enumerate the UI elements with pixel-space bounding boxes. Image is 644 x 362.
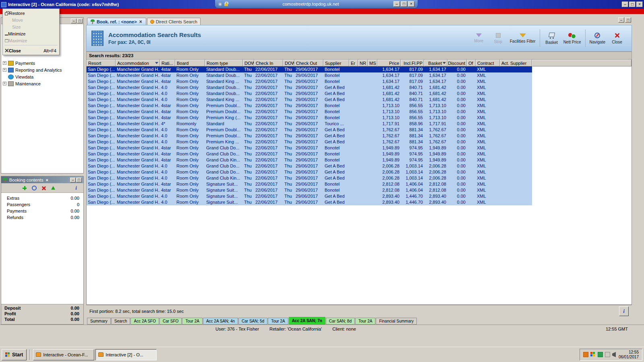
- table-row[interactable]: San Diego (... Manchester Grand H... 4st…: [87, 187, 532, 193]
- column-header-check-in[interactable]: Check In: [254, 60, 283, 66]
- table-row[interactable]: San Diego (... Manchester Grand H... 4st…: [87, 66, 532, 72]
- tree-item[interactable]: + Reporting and Analytics: [3, 66, 83, 73]
- booking-step-tab[interactable]: Financial Summary: [376, 318, 417, 325]
- win-flag-icon[interactable]: [590, 352, 596, 357]
- tree-item[interactable]: Viewdata: [3, 73, 83, 80]
- column-header-ms[interactable]: MS: [368, 60, 377, 66]
- table-row[interactable]: San Diego (... Manchester Grand H... 4.0…: [87, 97, 532, 103]
- window-restore-button[interactable]: □: [629, 2, 636, 7]
- table-row[interactable]: San Diego (... Manchester Grand H... 4.0…: [87, 175, 532, 181]
- menu-item[interactable]: Restore: [4, 10, 58, 17]
- booking-step-tab[interactable]: Acc 2A SAN; 7n: [289, 317, 325, 325]
- document-tab[interactable]: Book. ref. : <none>: [87, 18, 146, 25]
- toolbar-button[interactable]: [585, 29, 586, 47]
- menu-item[interactable]: Close Alt+F4: [4, 47, 58, 54]
- booking-step-tab[interactable]: Summary: [87, 318, 111, 325]
- table-row[interactable]: San Diego (... Manchester Grand H... 4st…: [87, 115, 532, 121]
- refresh-icon[interactable]: [32, 186, 37, 190]
- rdp-close-button[interactable]: ×: [408, 1, 414, 7]
- toolbar-button[interactable]: Nett Price: [561, 32, 583, 45]
- info-button[interactable]: [619, 306, 629, 316]
- booking-step-tab[interactable]: Tour 2A: [355, 318, 375, 325]
- toolbar-button[interactable]: Basket: [542, 31, 561, 46]
- table-row[interactable]: San Diego (... Manchester Grand H... 4st…: [87, 103, 532, 109]
- menu-item[interactable]: Move: [4, 17, 58, 23]
- table-row[interactable]: San Diego (... Manchester Grand H... 4.0…: [87, 127, 532, 133]
- delete-icon[interactable]: [41, 185, 47, 191]
- tree-expander[interactable]: +: [3, 82, 6, 85]
- column-header-rating[interactable]: Rati...: [160, 60, 175, 66]
- column-header-nr[interactable]: NR: [358, 60, 368, 66]
- column-header-dow-in[interactable]: DOW: [243, 60, 254, 66]
- column-header-resort[interactable]: Resort: [87, 60, 116, 66]
- app-icon[interactable]: [1, 2, 6, 7]
- tree-expander[interactable]: +: [3, 68, 6, 72]
- info-icon[interactable]: [73, 185, 79, 191]
- tree-item[interactable]: + Maintenance: [3, 80, 83, 87]
- taskbar-task-button[interactable]: Interactive - Ocean-F...: [33, 349, 94, 360]
- table-row[interactable]: San Diego (... Manchester Grand H... 4.0…: [87, 91, 532, 97]
- booking-step-tab[interactable]: Search: [111, 318, 130, 325]
- table-row[interactable]: San Diego (... Manchester Grand H... 4.0…: [87, 133, 532, 139]
- table-row[interactable]: San Diego (... Manchester Grand H... 4.0…: [87, 139, 532, 145]
- up-icon[interactable]: [51, 186, 55, 190]
- table-row[interactable]: San Diego (... Manchester Grand H... 4st…: [87, 145, 532, 151]
- table-row[interactable]: San Diego (... Manchester Grand H... 4st…: [87, 151, 532, 157]
- menu-item[interactable]: Size: [4, 23, 58, 30]
- booking-step-tab[interactable]: Car SFO: [159, 318, 182, 325]
- printer-icon[interactable]: [605, 352, 610, 357]
- toolbar-button[interactable]: Facilities Filter: [508, 33, 538, 44]
- table-row[interactable]: San Diego (... Manchester Grand H... 4.0…: [87, 169, 532, 175]
- column-header-room-type[interactable]: Room type: [205, 60, 243, 66]
- column-header-of[interactable]: Of: [467, 60, 476, 66]
- booking-row[interactable]: Refunds 0.00: [1, 215, 83, 221]
- tree-expander[interactable]: +: [3, 61, 6, 65]
- rdp-minimize-button[interactable]: –: [393, 1, 400, 7]
- child-minimize-button[interactable]: –: [618, 17, 624, 23]
- table-row[interactable]: San Diego (... Manchester Grand H... 4st…: [87, 72, 532, 79]
- table-row[interactable]: San Diego (... Manchester Grand H... 4.0…: [87, 199, 532, 205]
- menu-item[interactable]: Maximize: [4, 37, 58, 44]
- table-row[interactable]: San Diego (... Manchester Grand H... 4st…: [87, 157, 532, 163]
- table-row[interactable]: San Diego (... Manchester Grand H... 4.0…: [87, 163, 532, 169]
- column-header-dow-out[interactable]: DOW: [283, 60, 294, 66]
- column-header-check-out[interactable]: Check Out: [294, 60, 323, 66]
- table-row[interactable]: San Diego (... Manchester Grand H... 4st…: [87, 181, 532, 187]
- column-header-supplier[interactable]: Supplier: [323, 60, 349, 66]
- filter-icon[interactable]: [155, 62, 158, 64]
- toolbar-button[interactable]: Navigate: [588, 32, 607, 45]
- column-header-act-supplier[interactable]: Act. Supplier: [500, 60, 532, 66]
- booking-restore-button[interactable]: □: [76, 178, 82, 182]
- column-header-basket[interactable]: Basket: [424, 60, 447, 66]
- booking-minimize-button[interactable]: –: [70, 178, 76, 182]
- toolbar-button[interactable]: [540, 29, 540, 47]
- menu-item[interactable]: [4, 45, 58, 46]
- booking-close-icon[interactable]: ×: [46, 178, 48, 182]
- document-tab[interactable]: Direct Clients Search: [147, 18, 201, 25]
- column-header-contract[interactable]: Contract: [476, 60, 500, 66]
- column-header-accommodation[interactable]: Accommodation: [116, 60, 160, 66]
- column-header-board[interactable]: Board: [175, 60, 205, 66]
- booking-step-tab[interactable]: Acc 2A SFO: [130, 318, 159, 325]
- green-app-icon[interactable]: [598, 352, 603, 357]
- table-row[interactable]: San Diego (... Manchester Grand H... 4* …: [87, 121, 532, 127]
- rdp-restore-button[interactable]: □: [401, 1, 407, 7]
- pin-icon[interactable]: [218, 2, 222, 6]
- booking-step-tab[interactable]: Tour 2A: [182, 318, 202, 325]
- start-button[interactable]: Start: [2, 349, 27, 360]
- panel-restore-button[interactable]: □: [77, 19, 83, 23]
- table-row[interactable]: San Diego (... Manchester Grand H... 4st…: [87, 79, 532, 85]
- menu-item[interactable]: Minimize: [4, 30, 58, 37]
- column-header-incl-fl-pp[interactable]: Incl.Fl.PP: [401, 60, 424, 66]
- panel-minimize-button[interactable]: –: [71, 19, 77, 23]
- window-close-button[interactable]: ×: [636, 2, 643, 7]
- booking-step-tab[interactable]: Acc 2A SAN; 4n: [203, 318, 238, 325]
- booking-step-tab[interactable]: Car SAN; 5d: [238, 318, 267, 325]
- tab-close-icon[interactable]: [139, 19, 143, 24]
- taskbar-task-button[interactable]: Interactive [2] - O...: [95, 349, 157, 360]
- booking-step-tab[interactable]: Car SAN; 8d: [326, 318, 355, 325]
- volume-icon[interactable]: [612, 352, 616, 357]
- column-header-discount[interactable]: Discount: [447, 60, 467, 66]
- toolbar-button[interactable]: Stop: [489, 32, 508, 45]
- booking-row[interactable]: Passengers 0: [1, 202, 83, 208]
